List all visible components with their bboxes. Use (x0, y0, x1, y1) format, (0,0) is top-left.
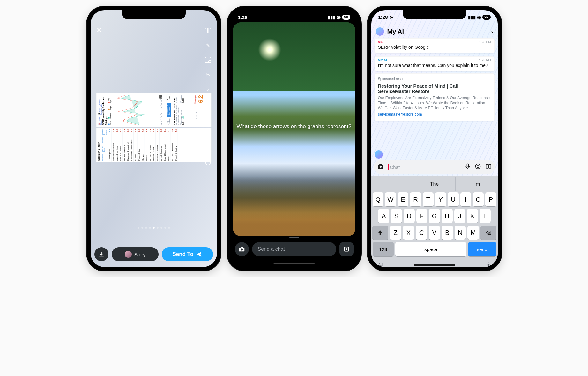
chat-input[interactable]: Send a chat (252, 242, 336, 256)
key[interactable]: H (442, 209, 453, 223)
key[interactable]: E (398, 192, 408, 206)
key[interactable]: Y (435, 192, 446, 206)
backspace-key[interactable] (480, 226, 496, 240)
scissors-tool-icon[interactable]: ✂ (204, 70, 212, 79)
send-key[interactable]: send (468, 242, 496, 256)
emoji-keyboard-icon[interactable]: ☺ (378, 261, 384, 267)
suggestion[interactable]: I (371, 177, 413, 191)
battery-badge: 99 (342, 15, 350, 20)
status-time: 1:28 (378, 14, 388, 20)
svg-point-8 (477, 166, 477, 166)
status-time: 1:28 (238, 15, 248, 20)
shift-key[interactable] (372, 226, 388, 240)
close-button[interactable]: ✕ (96, 26, 102, 34)
timer-tool-icon[interactable] (204, 158, 212, 167)
screen-3: 1:28 ➤ ▮▮▮ ◉ 99 My AI › ME1:28 PM SERP v… (371, 10, 498, 267)
mic-icon[interactable] (465, 163, 471, 171)
keyboard: I The I'm Q W E R T Y U I O P A (371, 176, 498, 267)
cat-row: News6.7 (167, 128, 170, 162)
numeric-key[interactable]: 123 (373, 242, 394, 256)
wifi-icon: ◉ (337, 14, 341, 20)
key[interactable]: O (473, 192, 484, 206)
key[interactable]: Z (390, 226, 401, 240)
key[interactable]: K (467, 209, 478, 223)
cat-row: Computers & Electronics7.4 (130, 128, 134, 162)
editor-bottom-bar: Story Send To (94, 247, 213, 261)
phone-2: 1:28 ▮▮▮ ◉ 99 ⋮ What do those arrows on … (227, 6, 361, 271)
cat-row: Arts & Entertainment7.3 (111, 128, 115, 162)
sticker-tool-icon[interactable] (204, 55, 212, 64)
key[interactable]: V (429, 226, 440, 240)
send-to-button[interactable]: Send To (162, 247, 213, 261)
cat-row: Law & Government9.1 (163, 128, 167, 162)
key[interactable]: N (455, 226, 466, 240)
cat-row: Books & Literature7.3 (123, 128, 126, 162)
home-indicator (273, 263, 315, 264)
camera-button[interactable] (235, 242, 249, 256)
svg-rect-0 (205, 57, 211, 63)
key[interactable]: J (454, 209, 465, 223)
key[interactable]: I (460, 192, 471, 206)
screen-2: 1:28 ▮▮▮ ◉ 99 ⋮ What do those arrows on … (231, 10, 357, 267)
music-tool-icon[interactable]: ♪ (204, 85, 212, 94)
keyboard-suggestions: I The I'm (371, 177, 498, 191)
key[interactable]: A (378, 209, 389, 223)
key[interactable]: W (385, 192, 396, 206)
magic-tool-icon[interactable]: ✦ (204, 114, 212, 123)
key[interactable]: Q (373, 192, 383, 206)
link-tool-icon[interactable] (204, 99, 212, 108)
page-dots (91, 227, 217, 229)
key[interactable]: R (410, 192, 421, 206)
more-menu-icon[interactable]: ⋮ (345, 27, 351, 34)
story-button[interactable]: Story (112, 247, 159, 261)
save-snap-button[interactable] (339, 242, 354, 256)
suggestion[interactable]: The (413, 177, 456, 191)
key[interactable]: M (467, 226, 479, 240)
key[interactable]: G (429, 209, 440, 223)
crop-tool-icon[interactable] (204, 143, 212, 152)
attach-tool-icon[interactable] (204, 129, 212, 138)
key[interactable]: X (403, 226, 414, 240)
ai-avatar-icon[interactable] (376, 27, 384, 36)
chart-title: SERP volatility for the last 30 days (102, 95, 107, 125)
features-title: SERP Features Occurrence (173, 95, 176, 125)
key[interactable]: S (391, 209, 402, 223)
camera-icon[interactable] (377, 163, 384, 171)
text-tool-icon[interactable]: T (204, 26, 212, 35)
key[interactable]: D (404, 209, 415, 223)
gallery-icon[interactable] (485, 163, 492, 171)
key[interactable]: F (416, 209, 428, 223)
notch (262, 10, 326, 19)
dictate-icon[interactable] (486, 261, 491, 267)
key[interactable]: U (448, 192, 458, 206)
cat-row: Internet & Telecom7.3 (156, 128, 160, 162)
phone-1: Semrush Sensor Overview Personal Score D… (87, 6, 221, 271)
message-ai: MY AI1:28 PM I'm not sure what that mean… (375, 56, 495, 71)
space-key[interactable]: space (395, 242, 466, 256)
key[interactable]: T (423, 192, 434, 206)
cat-row: Autos & Vehicles5.4 (115, 128, 119, 162)
draw-tool-icon[interactable]: ✎ (204, 41, 212, 50)
signal-icon: ▮▮▮ (328, 14, 335, 20)
drag-handle[interactable] (289, 237, 299, 238)
key[interactable]: L (480, 209, 491, 223)
cat-row: Hobbies & Leisure5.5 (148, 128, 152, 162)
download-button[interactable] (94, 247, 108, 261)
chat-input[interactable]: Chat (388, 164, 461, 170)
sponsored-link[interactable]: servicemasterrestore.com (378, 112, 491, 117)
notch (403, 10, 466, 19)
sponsored-card[interactable]: Sponsored results Restoring Your Peace o… (375, 73, 495, 121)
key[interactable]: C (416, 226, 427, 240)
suggestion[interactable]: I'm (456, 177, 497, 191)
svg-rect-11 (488, 164, 491, 168)
svg-point-3 (241, 248, 243, 250)
snap-caption: What do those arrows on the graphs repre… (231, 123, 357, 130)
key[interactable]: B (442, 226, 453, 240)
svg-point-9 (478, 166, 479, 166)
chevron-right-icon[interactable]: › (491, 28, 493, 35)
semrush-photo: Semrush Sensor Overview Personal Score D… (96, 93, 211, 162)
cat-row: People & Society4.6 (174, 128, 178, 162)
key[interactable]: P (485, 192, 496, 206)
emoji-icon[interactable] (475, 163, 481, 171)
chart-legend: Low Normal High Very High (108, 95, 112, 125)
